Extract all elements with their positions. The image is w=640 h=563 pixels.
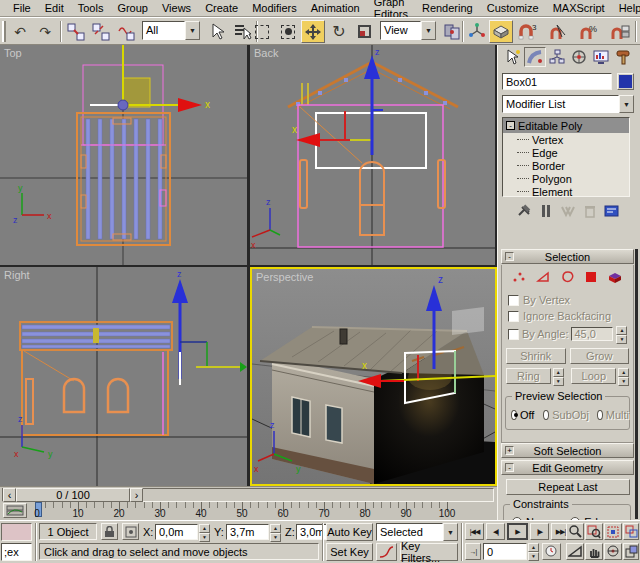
menu-help[interactable]: Help: [612, 1, 640, 15]
current-frame-field[interactable]: 0: [483, 543, 527, 560]
open-mini-curve-editor-button[interactable]: [3, 503, 27, 518]
rectangular-selection-region-button[interactable]: [250, 20, 274, 43]
ring-button[interactable]: Ring: [506, 368, 551, 384]
previous-frame-arrow[interactable]: ‹: [3, 488, 16, 502]
default-tangents-button[interactable]: [376, 543, 397, 561]
object-name-field[interactable]: [502, 73, 612, 90]
viewport-right-label[interactable]: Right: [4, 269, 30, 281]
selection-lock-toggle[interactable]: [101, 523, 118, 540]
tab-motion[interactable]: [568, 47, 590, 67]
select-object-button[interactable]: [206, 20, 230, 43]
panel-scrollbar[interactable]: [635, 249, 638, 519]
select-and-scale-button[interactable]: [352, 20, 376, 43]
expand-icon[interactable]: +: [505, 446, 514, 455]
preview-multi-radio[interactable]: [597, 410, 603, 420]
remove-modifier-button[interactable]: [584, 204, 596, 220]
menu-edit[interactable]: Edit: [38, 1, 71, 15]
chevron-down-icon[interactable]: ▼: [443, 523, 458, 541]
by-angle-checkbox[interactable]: [508, 329, 519, 340]
stack-item-polygon[interactable]: Polygon: [503, 172, 629, 185]
configure-modifier-sets-button[interactable]: [604, 204, 620, 220]
selection-filter-dropdown[interactable]: All ▼: [142, 21, 200, 40]
zoom-all-button[interactable]: [585, 523, 603, 540]
right-viewport-canvas[interactable]: z z x y: [0, 267, 247, 486]
go-to-start-button[interactable]: |◀◀: [465, 523, 484, 540]
edge-subobject-button[interactable]: [536, 271, 551, 285]
polygon-subobject-button[interactable]: [585, 271, 597, 285]
tab-create[interactable]: [502, 47, 524, 67]
zoom-button[interactable]: [566, 523, 584, 540]
menu-views[interactable]: Views: [155, 1, 198, 15]
set-key-button[interactable]: Set Key: [326, 543, 373, 561]
stack-item-vertex[interactable]: Vertex: [503, 133, 629, 146]
tab-modify[interactable]: [524, 47, 546, 67]
auto-key-button[interactable]: Auto Key: [326, 523, 373, 541]
menu-maxscript[interactable]: MAXScript: [546, 1, 612, 15]
frame-spinner[interactable]: ▲▼: [528, 543, 539, 559]
viewport-perspective-label[interactable]: Perspective: [256, 271, 313, 283]
shrink-button[interactable]: Shrink: [506, 348, 566, 364]
chevron-down-icon[interactable]: ▼: [619, 95, 634, 113]
zoom-extents-button[interactable]: [604, 523, 622, 540]
maxscript-mini-listener[interactable]: ;ex: [1, 543, 32, 561]
object-color-swatch[interactable]: [617, 73, 634, 90]
preview-subobj-radio[interactable]: [543, 410, 549, 420]
preview-off-radio[interactable]: [511, 410, 517, 420]
keyboard-shortcut-override-toggle[interactable]: [489, 20, 513, 43]
menu-file[interactable]: File: [6, 1, 38, 15]
absolute-mode-toggle[interactable]: [122, 523, 139, 540]
angle-snap-toggle-button[interactable]: [546, 20, 570, 43]
ignore-backfacing-checkbox[interactable]: [508, 311, 519, 322]
pin-stack-button[interactable]: [516, 204, 532, 220]
select-and-manipulate-button[interactable]: [465, 20, 489, 43]
use-center-flyout-button[interactable]: [440, 20, 464, 43]
chevron-down-icon[interactable]: ▼: [185, 21, 200, 40]
by-angle-field[interactable]: 45,0: [571, 327, 613, 341]
maxscript-macro-recorder[interactable]: [1, 523, 32, 541]
key-mode-toggle-button[interactable]: →|: [465, 543, 481, 560]
viewport-top-label[interactable]: Top: [4, 47, 22, 59]
tab-hierarchy[interactable]: [546, 47, 568, 67]
pan-view-button[interactable]: [585, 543, 603, 560]
maximize-viewport-toggle[interactable]: [623, 543, 639, 560]
stack-item-border[interactable]: Border: [503, 159, 629, 172]
time-configuration-button[interactable]: [542, 543, 561, 560]
previous-frame-button[interactable]: ◀|: [486, 523, 505, 540]
by-angle-spinner[interactable]: ▲▼: [616, 326, 627, 342]
menu-create[interactable]: Create: [198, 1, 245, 15]
perspective-viewport-canvas[interactable]: x z z x y: [252, 269, 495, 484]
collapse-icon[interactable]: -: [505, 463, 514, 472]
loop-button[interactable]: Loop: [571, 368, 616, 384]
menu-animation[interactable]: Animation: [304, 1, 367, 15]
tab-utilities[interactable]: [612, 47, 634, 67]
top-viewport-canvas[interactable]: x y x z: [0, 45, 247, 265]
element-subobject-button[interactable]: [607, 271, 623, 286]
next-frame-button[interactable]: |▶: [530, 523, 549, 540]
tab-display[interactable]: [590, 47, 612, 67]
viewport-back-label[interactable]: Back: [254, 47, 278, 59]
unlink-selection-button[interactable]: [89, 20, 113, 43]
percent-snap-toggle-button[interactable]: %: [577, 20, 601, 43]
stack-item-element[interactable]: Element: [503, 185, 629, 198]
time-slider-handle[interactable]: 0 / 100: [16, 488, 130, 502]
viewport-right[interactable]: Right z: [0, 267, 247, 486]
grow-button[interactable]: Grow: [570, 348, 630, 364]
menu-group[interactable]: Group: [110, 1, 155, 15]
select-and-move-button[interactable]: [301, 20, 325, 43]
key-mode-dropdown[interactable]: Selected ▼: [376, 523, 458, 541]
collapse-icon[interactable]: -: [505, 252, 514, 261]
viewport-back[interactable]: Back x: [250, 45, 495, 265]
stack-item-editable-poly[interactable]: - Editable Poly: [503, 118, 629, 133]
bind-to-space-warp-button[interactable]: [114, 20, 138, 43]
redo-button[interactable]: ↷: [33, 20, 57, 43]
select-and-link-button[interactable]: [64, 20, 88, 43]
zoom-extents-all-button[interactable]: [623, 523, 639, 540]
loop-spinner[interactable]: ▲▼: [618, 368, 629, 384]
spinner-snap-toggle-button[interactable]: [608, 20, 632, 43]
play-button[interactable]: ▶: [507, 523, 528, 540]
soft-selection-rollout-header[interactable]: + Soft Selection: [501, 443, 634, 458]
select-and-rotate-button[interactable]: ↻: [327, 20, 351, 43]
key-filters-button[interactable]: Key Filters...: [400, 543, 458, 561]
border-subobject-button[interactable]: [561, 271, 575, 285]
undo-button[interactable]: ↶: [8, 20, 32, 43]
